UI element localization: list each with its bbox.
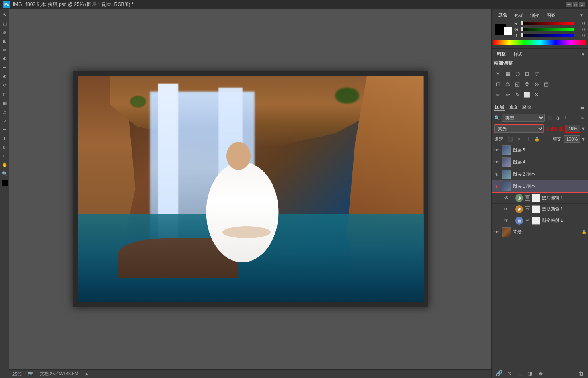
tab-gradients[interactable]: 渐变 <box>527 11 543 19</box>
blur-tool[interactable]: △ <box>1 108 9 116</box>
visibility-photofilter[interactable]: 👁 <box>503 195 510 201</box>
add-mask-btn[interactable]: ◱ <box>515 369 524 378</box>
minimize-button[interactable]: ─ <box>566 2 572 7</box>
blue-thumb[interactable] <box>521 33 523 37</box>
bg-color-box[interactable] <box>504 27 512 35</box>
maximize-button[interactable]: □ <box>573 2 578 7</box>
delete-layer-btn[interactable]: 🗑 <box>577 369 586 378</box>
layer-item-gradientmap[interactable]: 👁 ▤ ⛓ 渐变映射 1 <box>492 215 588 226</box>
pen-tool[interactable]: ✒ <box>1 125 9 133</box>
lock-position-btn[interactable]: ✛ <box>524 135 532 143</box>
eraser-tool[interactable]: ◻ <box>1 90 9 98</box>
status-arrow[interactable]: ► <box>84 371 89 377</box>
layer-item-layer1copy[interactable]: 👁 图层 1 副本 <box>492 180 588 192</box>
tab-styles[interactable]: 样式 <box>510 50 526 58</box>
filter-type[interactable]: T <box>562 114 569 121</box>
colorlookup-icon[interactable]: ▤ <box>542 80 551 88</box>
red-slider[interactable] <box>521 22 574 25</box>
levels-icon[interactable]: ▦ <box>503 69 512 78</box>
visibility-gradientmap[interactable]: 👁 <box>503 217 510 224</box>
lock-all-btn[interactable]: 🔒 <box>533 135 541 143</box>
heal-tool[interactable]: ⊕ <box>1 55 9 63</box>
crop-tool[interactable]: ⊞ <box>1 37 9 45</box>
selectivecolor-icon2[interactable]: ✕ <box>532 90 541 99</box>
layer-type-filter[interactable]: 类型 <box>502 114 545 122</box>
layer-item-photofilter[interactable]: 👁 ◑ ⛓ 照片滤镜 1 <box>492 192 588 204</box>
lasso-tool[interactable]: ⌀ <box>1 28 9 36</box>
tab-patterns[interactable]: 图案 <box>543 11 559 19</box>
visibility-layer2copy[interactable]: 👁 <box>493 171 500 178</box>
channelmixer-icon[interactable]: ⊛ <box>532 80 541 88</box>
hand-tool[interactable]: ✋ <box>1 161 9 169</box>
path-tool[interactable]: ▷ <box>1 143 9 151</box>
colorbalance-icon[interactable]: ⚖ <box>503 80 512 88</box>
dodge-tool[interactable]: ○ <box>1 116 9 125</box>
exposure-icon[interactable]: ⊞ <box>522 69 531 78</box>
green-thumb[interactable] <box>521 27 523 31</box>
vibrance-icon[interactable]: ▽ <box>532 69 541 78</box>
tab-channels[interactable]: 通道 <box>508 104 518 111</box>
eyedropper-tool[interactable]: ✏ <box>1 46 9 54</box>
fill-input[interactable] <box>564 135 580 143</box>
threshold-icon[interactable]: ✎ <box>513 90 522 99</box>
text-tool[interactable]: T <box>1 134 9 142</box>
posterize-icon[interactable]: ✏ <box>503 90 512 99</box>
opacity-input[interactable] <box>565 125 580 133</box>
new-fill-btn[interactable]: ◑ <box>526 369 535 378</box>
layer-item-layer4[interactable]: 👁 图层 4 <box>492 156 588 168</box>
brush-tool[interactable]: ✒ <box>1 63 9 72</box>
move-tool[interactable]: ↖ <box>1 10 9 18</box>
blue-slider[interactable] <box>521 34 574 37</box>
filter-pixel[interactable]: ⬛ <box>546 114 553 121</box>
clone-tool[interactable]: ⊛ <box>1 72 9 80</box>
history-tool[interactable]: ↺ <box>1 81 9 89</box>
tab-swatches[interactable]: 色板 <box>511 11 526 19</box>
shape-tool[interactable]: □ <box>1 152 9 160</box>
gradientmap-icon2[interactable]: ⬜ <box>522 90 531 99</box>
fill-arrow[interactable]: ▼ <box>581 137 586 141</box>
tab-color[interactable]: 颜色 <box>495 11 510 19</box>
photofilter-icon[interactable]: ✿ <box>522 80 531 88</box>
opacity-arrow[interactable]: ▼ <box>581 126 586 131</box>
link-layers-btn[interactable]: 🔗 <box>494 369 503 378</box>
filter-shape[interactable]: □ <box>570 114 578 121</box>
canvas-image[interactable] <box>78 76 424 302</box>
layer-item-selectivecolor[interactable]: 👁 ◉ ⛓ 选取颜色 1 <box>492 204 588 215</box>
green-slider[interactable] <box>521 28 574 31</box>
visibility-selectivecolor[interactable]: 👁 <box>503 206 510 212</box>
fg-color-swatch[interactable] <box>2 180 8 186</box>
invert-icon[interactable]: ✏ <box>493 90 502 99</box>
lock-paint-btn[interactable]: ✏ <box>516 135 523 143</box>
hsl-icon[interactable]: ⊡ <box>493 80 502 88</box>
add-style-btn[interactable]: fx <box>505 369 514 378</box>
red-thumb[interactable] <box>521 21 523 25</box>
canvas-container[interactable] <box>9 9 491 369</box>
bw-icon[interactable]: ◱ <box>513 80 522 88</box>
blend-mode-select[interactable]: 柔光 <box>494 125 544 133</box>
curves-icon[interactable]: ⬡ <box>513 69 522 78</box>
visibility-layer1copy[interactable]: 👁 <box>493 183 500 190</box>
layers-panel-menu[interactable]: ☰ <box>578 104 586 111</box>
layer-item-layer2copy[interactable]: 👁 图层 2 副本 <box>492 168 588 180</box>
adjust-collapse[interactable]: ▼ <box>580 52 586 57</box>
zoom-tool[interactable]: 🔍 <box>1 170 9 178</box>
select-tool[interactable]: ⬚ <box>1 19 9 27</box>
layer-list[interactable]: 👁 图层 5 👁 图层 4 👁 图层 2 副本 <box>492 144 588 368</box>
lock-pixels-btn[interactable]: ⬛ <box>507 135 514 143</box>
layer-item-background[interactable]: 👁 背景 🔒 <box>492 226 588 238</box>
visibility-layer5[interactable]: 👁 <box>493 147 500 153</box>
filter-adjust[interactable]: ◑ <box>554 114 561 121</box>
brightness-icon[interactable]: ☀ <box>493 69 502 78</box>
color-panel-collapse[interactable]: ▼ <box>578 13 585 18</box>
filter-smart[interactable]: ⊛ <box>578 114 586 121</box>
tab-paths[interactable]: 路径 <box>522 104 532 111</box>
tab-adjustments[interactable]: 调整 <box>493 50 509 58</box>
new-layer-btn[interactable]: ⊕ <box>536 369 545 378</box>
color-spectrum[interactable] <box>493 40 586 45</box>
visibility-layer4[interactable]: 👁 <box>493 159 500 166</box>
close-button[interactable]: ✕ <box>579 2 585 7</box>
tab-layers[interactable]: 图层 <box>494 104 505 111</box>
visibility-background[interactable]: 👁 <box>493 229 500 235</box>
layer-item-layer5[interactable]: 👁 图层 5 <box>492 144 588 156</box>
gradient-tool[interactable]: ▦ <box>1 99 9 107</box>
